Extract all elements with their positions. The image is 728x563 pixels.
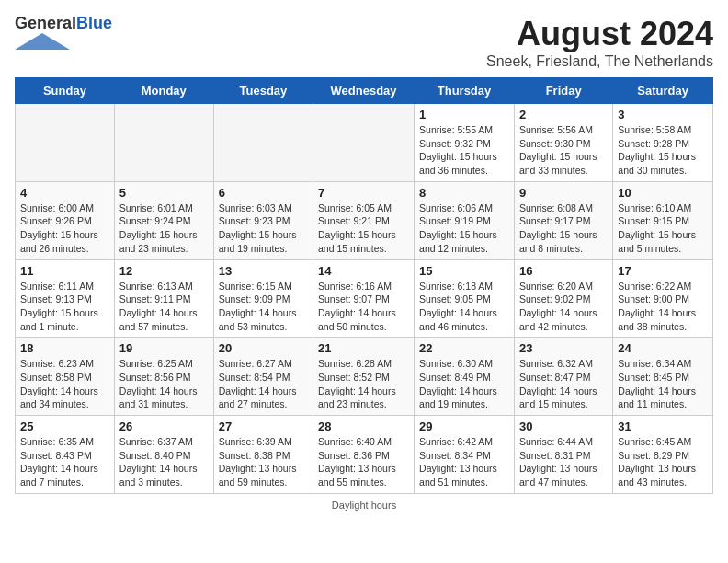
day-number: 1	[419, 108, 509, 121]
calendar-cell	[213, 104, 313, 182]
day-number: 30	[519, 419, 608, 433]
logo: GeneralBlue	[15, 15, 112, 52]
logo-general: GeneralBlue	[15, 15, 112, 33]
footer-note: Daylight hours	[15, 500, 713, 511]
subtitle: Sneek, Friesland, The Netherlands	[486, 53, 713, 70]
day-number: 21	[318, 341, 409, 355]
day-info: Sunrise: 6:18 AM Sunset: 9:05 PM Dayligh…	[419, 280, 509, 334]
calendar-cell: 24Sunrise: 6:34 AM Sunset: 8:45 PM Dayli…	[613, 338, 713, 416]
calendar-cell: 31Sunrise: 6:45 AM Sunset: 8:29 PM Dayli…	[613, 416, 713, 494]
day-number: 6	[219, 186, 308, 200]
calendar-cell: 16Sunrise: 6:20 AM Sunset: 9:02 PM Dayli…	[514, 259, 612, 338]
day-number: 18	[20, 341, 109, 355]
day-info: Sunrise: 6:15 AM Sunset: 9:09 PM Dayligh…	[219, 280, 308, 334]
calendar-cell: 3Sunrise: 5:58 AM Sunset: 9:28 PM Daylig…	[613, 104, 713, 182]
calendar-day-header: Monday	[114, 78, 213, 104]
header: GeneralBlue August 2024 Sneek, Friesland…	[15, 15, 713, 70]
day-number: 12	[119, 264, 209, 278]
day-number: 27	[219, 419, 308, 433]
day-number: 26	[119, 419, 209, 433]
day-info: Sunrise: 6:28 AM Sunset: 8:52 PM Dayligh…	[318, 357, 409, 411]
day-info: Sunrise: 6:32 AM Sunset: 8:47 PM Dayligh…	[519, 357, 608, 411]
day-info: Sunrise: 6:42 AM Sunset: 8:34 PM Dayligh…	[419, 435, 509, 489]
calendar-cell	[16, 104, 115, 182]
day-info: Sunrise: 6:03 AM Sunset: 9:23 PM Dayligh…	[219, 201, 308, 256]
calendar-week-row: 1Sunrise: 5:55 AM Sunset: 9:32 PM Daylig…	[16, 104, 713, 182]
day-number: 31	[618, 419, 708, 433]
day-info: Sunrise: 6:37 AM Sunset: 8:40 PM Dayligh…	[119, 435, 209, 489]
day-info: Sunrise: 6:40 AM Sunset: 8:36 PM Dayligh…	[318, 435, 409, 489]
calendar-cell: 25Sunrise: 6:35 AM Sunset: 8:43 PM Dayli…	[16, 416, 115, 494]
day-number: 9	[519, 186, 608, 200]
day-info: Sunrise: 5:58 AM Sunset: 9:28 PM Dayligh…	[618, 123, 708, 178]
day-info: Sunrise: 6:34 AM Sunset: 8:45 PM Dayligh…	[618, 357, 708, 411]
day-number: 8	[419, 186, 509, 200]
day-info: Sunrise: 6:06 AM Sunset: 9:19 PM Dayligh…	[419, 201, 509, 256]
calendar-cell: 20Sunrise: 6:27 AM Sunset: 8:54 PM Dayli…	[213, 338, 313, 416]
day-number: 5	[119, 186, 209, 200]
day-info: Sunrise: 5:55 AM Sunset: 9:32 PM Dayligh…	[419, 123, 509, 178]
day-number: 17	[618, 264, 708, 278]
calendar-cell: 4Sunrise: 6:00 AM Sunset: 9:26 PM Daylig…	[16, 181, 115, 259]
calendar-cell: 23Sunrise: 6:32 AM Sunset: 8:47 PM Dayli…	[514, 338, 612, 416]
day-number: 29	[419, 419, 509, 433]
calendar-cell: 9Sunrise: 6:08 AM Sunset: 9:17 PM Daylig…	[514, 181, 612, 259]
title-block: August 2024 Sneek, Friesland, The Nether…	[486, 15, 713, 70]
day-info: Sunrise: 6:23 AM Sunset: 8:58 PM Dayligh…	[20, 357, 109, 411]
day-number: 24	[618, 341, 708, 355]
calendar-cell: 22Sunrise: 6:30 AM Sunset: 8:49 PM Dayli…	[415, 338, 515, 416]
calendar-cell: 13Sunrise: 6:15 AM Sunset: 9:09 PM Dayli…	[213, 259, 313, 338]
day-number: 22	[419, 341, 509, 355]
calendar-cell: 5Sunrise: 6:01 AM Sunset: 9:24 PM Daylig…	[114, 181, 213, 259]
day-info: Sunrise: 6:27 AM Sunset: 8:54 PM Dayligh…	[219, 357, 308, 411]
day-number: 20	[219, 341, 308, 355]
calendar-week-row: 4Sunrise: 6:00 AM Sunset: 9:26 PM Daylig…	[16, 181, 713, 259]
day-info: Sunrise: 6:08 AM Sunset: 9:17 PM Dayligh…	[519, 201, 608, 256]
calendar-week-row: 11Sunrise: 6:11 AM Sunset: 9:13 PM Dayli…	[16, 259, 713, 338]
calendar-cell: 6Sunrise: 6:03 AM Sunset: 9:23 PM Daylig…	[213, 181, 313, 259]
calendar-cell: 14Sunrise: 6:16 AM Sunset: 9:07 PM Dayli…	[313, 259, 415, 338]
day-number: 19	[119, 341, 209, 355]
day-info: Sunrise: 6:05 AM Sunset: 9:21 PM Dayligh…	[318, 201, 409, 256]
calendar-cell: 12Sunrise: 6:13 AM Sunset: 9:11 PM Dayli…	[114, 259, 213, 338]
calendar-day-header: Thursday	[415, 78, 515, 104]
day-info: Sunrise: 6:44 AM Sunset: 8:31 PM Dayligh…	[519, 435, 608, 489]
day-number: 7	[318, 186, 409, 200]
calendar-cell: 10Sunrise: 6:10 AM Sunset: 9:15 PM Dayli…	[613, 181, 713, 259]
calendar-cell: 8Sunrise: 6:06 AM Sunset: 9:19 PM Daylig…	[415, 181, 515, 259]
day-info: Sunrise: 6:35 AM Sunset: 8:43 PM Dayligh…	[20, 435, 109, 489]
calendar-cell: 19Sunrise: 6:25 AM Sunset: 8:56 PM Dayli…	[114, 338, 213, 416]
day-info: Sunrise: 6:20 AM Sunset: 9:02 PM Dayligh…	[519, 280, 608, 334]
day-number: 25	[20, 419, 109, 433]
day-info: Sunrise: 5:56 AM Sunset: 9:30 PM Dayligh…	[519, 123, 608, 178]
day-info: Sunrise: 6:22 AM Sunset: 9:00 PM Dayligh…	[618, 280, 708, 334]
calendar-cell: 2Sunrise: 5:56 AM Sunset: 9:30 PM Daylig…	[514, 104, 612, 182]
day-number: 3	[618, 108, 708, 121]
calendar-cell: 17Sunrise: 6:22 AM Sunset: 9:00 PM Dayli…	[613, 259, 713, 338]
page: GeneralBlue August 2024 Sneek, Friesland…	[0, 0, 728, 520]
day-number: 23	[519, 341, 608, 355]
calendar-week-row: 25Sunrise: 6:35 AM Sunset: 8:43 PM Dayli…	[16, 416, 713, 494]
day-info: Sunrise: 6:13 AM Sunset: 9:11 PM Dayligh…	[119, 280, 209, 334]
calendar-cell: 29Sunrise: 6:42 AM Sunset: 8:34 PM Dayli…	[415, 416, 515, 494]
day-info: Sunrise: 6:39 AM Sunset: 8:38 PM Dayligh…	[219, 435, 308, 489]
calendar-cell: 26Sunrise: 6:37 AM Sunset: 8:40 PM Dayli…	[114, 416, 213, 494]
calendar-table: SundayMondayTuesdayWednesdayThursdayFrid…	[15, 77, 713, 494]
day-info: Sunrise: 6:25 AM Sunset: 8:56 PM Dayligh…	[119, 357, 209, 411]
day-info: Sunrise: 6:01 AM Sunset: 9:24 PM Dayligh…	[119, 201, 209, 256]
calendar-day-header: Tuesday	[213, 78, 313, 104]
day-info: Sunrise: 6:30 AM Sunset: 8:49 PM Dayligh…	[419, 357, 509, 411]
calendar-day-header: Wednesday	[313, 78, 415, 104]
calendar-day-header: Saturday	[613, 78, 713, 104]
main-title: August 2024	[486, 15, 713, 53]
calendar-cell: 21Sunrise: 6:28 AM Sunset: 8:52 PM Dayli…	[313, 338, 415, 416]
day-number: 4	[20, 186, 109, 200]
calendar-cell: 30Sunrise: 6:44 AM Sunset: 8:31 PM Dayli…	[514, 416, 612, 494]
calendar-cell: 7Sunrise: 6:05 AM Sunset: 9:21 PM Daylig…	[313, 181, 415, 259]
calendar-header-row: SundayMondayTuesdayWednesdayThursdayFrid…	[16, 78, 713, 104]
day-info: Sunrise: 6:16 AM Sunset: 9:07 PM Dayligh…	[318, 280, 409, 334]
day-number: 15	[419, 264, 509, 278]
day-number: 16	[519, 264, 608, 278]
day-number: 11	[20, 264, 109, 278]
svg-marker-0	[15, 33, 70, 50]
